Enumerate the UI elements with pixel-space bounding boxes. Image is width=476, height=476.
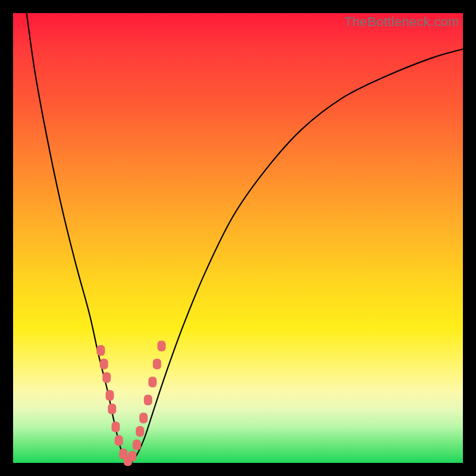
data-marker: [139, 412, 148, 423]
data-marker: [148, 377, 156, 387]
data-marker: [96, 345, 105, 356]
watermark-text: TheBottleneck.com: [345, 14, 459, 30]
data-marker: [136, 426, 144, 437]
data-marker: [102, 372, 111, 383]
data-marker: [158, 340, 166, 351]
data-marker: [106, 390, 114, 401]
data-marker: [153, 359, 161, 369]
data-marker: [108, 403, 116, 414]
bottleneck-curve: [27, 13, 463, 464]
chart-frame: TheBottleneck.com: [13, 13, 463, 463]
data-marker: [144, 394, 152, 405]
data-marker: [128, 451, 136, 462]
data-marker: [115, 435, 123, 446]
chart-svg: [13, 13, 463, 463]
data-marker: [100, 359, 108, 369]
data-marker: [111, 422, 120, 433]
data-marker: [133, 440, 141, 450]
